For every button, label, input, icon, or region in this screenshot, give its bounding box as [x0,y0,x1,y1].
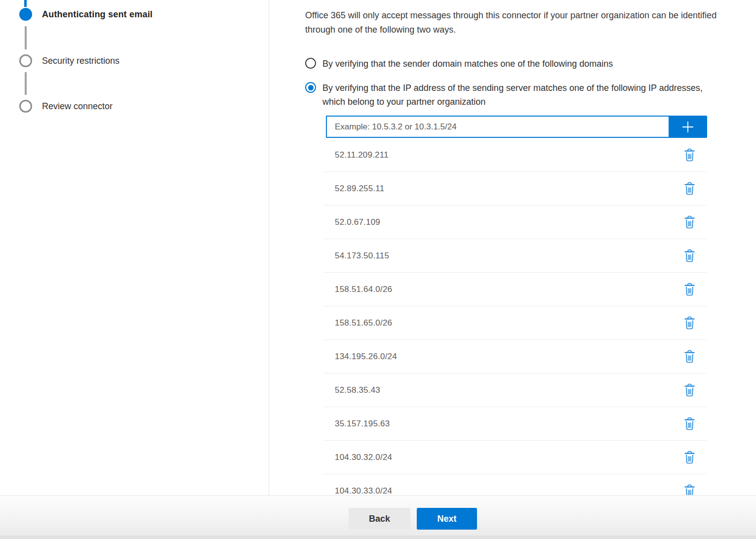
radio-ip-address[interactable]: By verifying that the IP address of the … [305,81,756,109]
delete-ip-button[interactable] [683,181,696,196]
delete-ip-button[interactable] [683,147,696,163]
trash-icon [684,249,695,262]
ip-address-value: 104.30.33.0/24 [335,486,392,496]
step-upcoming-dot-icon [19,54,32,67]
ip-list-item: 134.195.26.0/24 [324,340,707,373]
verification-options: By verifying that the sender domain matc… [305,57,756,109]
trash-icon [684,215,695,229]
ip-address-value: 52.0.67.109 [335,217,380,227]
delete-ip-button[interactable] [683,349,696,364]
trash-icon [684,283,695,296]
ip-address-value: 134.195.26.0/24 [335,352,397,362]
ip-address-value: 35.157.195.63 [335,419,390,429]
radio-sender-domain-label: By verifying that the sender domain matc… [322,57,613,71]
ip-address-value: 158.51.64.0/26 [335,285,392,294]
ip-add-row [326,116,707,138]
next-button[interactable]: Next [417,508,477,530]
step-content: Office 365 will only accept messages thr… [305,0,756,508]
plus-icon [680,119,696,135]
footer-buttons: Back Next [349,508,477,530]
ip-list-item: 54.173.50.115 [324,239,707,273]
ip-address-value: 52.58.35.43 [335,385,380,395]
ip-list-item: 104.30.32.0/24 [324,441,707,474]
trash-icon [684,383,695,397]
delete-ip-button[interactable] [683,315,696,331]
ip-address-value: 54.173.50.115 [335,251,389,261]
step-upcoming-dot-icon [19,100,32,113]
radio-sender-domain[interactable]: By verifying that the sender domain matc… [305,57,756,71]
step-label: Authenticating sent email [42,9,153,20]
intro-text: Office 365 will only accept messages thr… [305,8,737,37]
ip-address-value: 158.51.65.0/26 [335,318,392,328]
radio-unselected-icon[interactable] [305,58,316,69]
stepper-connector [25,72,27,95]
ip-list-item: 52.0.67.109 [324,206,707,239]
ip-list-item: 158.51.65.0/26 [324,306,707,340]
ip-list-item: 52.58.35.43 [324,373,707,407]
ip-list: 52.11.209.211 52.89.255.11 [324,138,707,508]
delete-ip-button[interactable] [683,214,696,230]
step-active-dot-icon [19,8,32,21]
ip-address-input[interactable] [326,116,669,138]
stepper-connector-previous [24,0,27,7]
delete-ip-button[interactable] [683,282,696,297]
wizard-stepper: Authenticating sent email Security restr… [0,0,269,495]
ip-list-item: 52.11.209.211 [324,138,707,172]
ip-address-value: 52.89.255.11 [335,184,384,194]
delete-ip-button[interactable] [683,382,696,398]
ip-address-value: 52.11.209.211 [335,150,389,160]
trash-icon [684,148,695,162]
step-authenticating-sent-email: Authenticating sent email [19,8,153,21]
add-ip-button[interactable] [669,116,707,138]
stepper-connector [25,26,27,49]
ip-list-item: 52.89.255.11 [324,172,707,206]
ip-list-item: 35.157.195.63 [324,407,707,441]
radio-ip-address-label: By verifying that the IP address of the … [322,81,717,109]
ip-address-value: 104.30.32.0/24 [335,453,392,462]
delete-ip-button[interactable] [683,248,696,263]
delete-ip-button[interactable] [683,416,696,431]
trash-icon [684,417,695,430]
trash-icon [684,350,695,363]
step-label: Security restrictions [42,56,119,66]
ip-list-item: 158.51.64.0/26 [324,273,707,306]
wizard-footer: Back Next [0,495,756,539]
radio-selected-icon[interactable] [305,82,316,93]
connector-wizard-page: Authenticating sent email Security restr… [0,0,756,539]
back-button[interactable]: Back [349,508,410,530]
step-review-connector: Review connector [19,100,113,113]
trash-icon [684,316,695,330]
delete-ip-button[interactable] [683,450,696,465]
step-label: Review connector [42,101,113,112]
trash-icon [684,451,695,464]
trash-icon [684,182,695,195]
step-security-restrictions: Security restrictions [19,54,119,67]
